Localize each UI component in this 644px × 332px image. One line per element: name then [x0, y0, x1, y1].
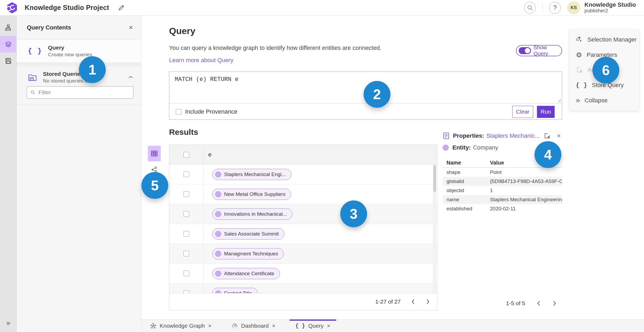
include-provenance-checkbox[interactable]: [176, 109, 181, 115]
item-label: Query: [48, 44, 133, 51]
next-page-button[interactable]: [552, 300, 557, 307]
select-all-checkbox[interactable]: [184, 152, 189, 158]
panel-item-query[interactable]: { } Query Create new queries: [17, 40, 141, 63]
tab-label: Query: [308, 323, 324, 329]
show-query-toggle[interactable]: Show Query: [516, 45, 562, 56]
entity-chip[interactable]: Firebird Title: [212, 288, 258, 294]
row-checkbox[interactable]: [184, 171, 189, 177]
tab-dashboard[interactable]: Dashboard ✕: [226, 320, 281, 332]
bottom-tab-bar: Knowledge Graph ✕ Dashboard ✕ { } Query …: [141, 319, 644, 332]
chevron-right-icon: [553, 301, 556, 306]
row-checkbox[interactable]: [184, 211, 189, 217]
property-row: objectid 1: [443, 186, 562, 195]
next-page-button[interactable]: [425, 299, 431, 305]
search-icon: [527, 5, 533, 11]
entity-row: Entity: Company: [443, 144, 498, 151]
user-menu[interactable]: Knowledge Studio publisher2: [584, 2, 636, 14]
braces-icon: { }: [28, 47, 42, 55]
dashboard-icon: [232, 323, 238, 329]
help-button[interactable]: ?: [549, 2, 561, 14]
add-to-map-button[interactable]: [544, 132, 551, 139]
resize-grip-icon[interactable]: [557, 99, 561, 102]
property-row: globalid {5D9B4713-F98D-4A53-A59F-C11...: [443, 177, 562, 186]
tab-label: Dashboard: [241, 323, 269, 329]
avatar[interactable]: KS: [567, 1, 580, 14]
close-tab-icon[interactable]: ✕: [272, 323, 275, 329]
rail-item-schema[interactable]: [0, 19, 17, 36]
edit-title-button[interactable]: [117, 4, 125, 12]
collapse-icon: »: [576, 97, 580, 103]
section-divider: [17, 63, 141, 66]
editor-footer: Include Provenance Clear Run: [169, 103, 562, 120]
top-app-bar: Knowledge Studio Project ? KS Knowledge …: [0, 0, 644, 16]
table-scrollbar[interactable]: [433, 165, 436, 293]
schema-icon: [5, 24, 12, 31]
entity-dot-icon: [215, 191, 221, 197]
rail-item-layers[interactable]: [0, 36, 17, 53]
prev-page-button[interactable]: [536, 300, 541, 307]
search-button[interactable]: [524, 2, 536, 14]
menu-item-collapse[interactable]: » Collapse: [569, 94, 639, 107]
prev-page-button[interactable]: [410, 299, 416, 305]
property-row: shape Point: [443, 168, 562, 177]
entity-chip[interactable]: Attendance Certificate: [212, 268, 280, 279]
entity-chip[interactable]: Sales Associate Summit: [212, 228, 284, 240]
run-button[interactable]: Run: [537, 106, 555, 118]
annotation-badge-3: 3: [340, 200, 367, 227]
entity-chip[interactable]: Managment Techniques: [212, 248, 284, 259]
results-heading: Results: [169, 128, 198, 137]
chevron-left-icon: [411, 299, 415, 304]
table-row: Staplers Mechanical Engi...: [169, 165, 437, 184]
properties-doc-icon: [443, 132, 450, 140]
properties-header: Properties: Staplers Mechanic... ✕: [443, 131, 562, 140]
table-view-button[interactable]: [148, 146, 161, 161]
row-checkbox[interactable]: [184, 271, 189, 276]
expand-rail-button[interactable]: »: [0, 318, 17, 328]
include-provenance-label: Include Provenance: [185, 108, 237, 115]
entity-dot-icon: [443, 145, 449, 151]
property-row: name Staplers Mechanical Engineering: [443, 195, 562, 204]
rail-item-save[interactable]: [0, 53, 17, 69]
add-to-map-icon: [544, 132, 551, 139]
row-checkbox[interactable]: [184, 231, 189, 237]
row-checkbox[interactable]: [184, 191, 189, 197]
knowledge-graph-icon: [150, 323, 156, 329]
entity-chip[interactable]: Staplers Mechanical Engi...: [212, 169, 291, 180]
close-panel-icon[interactable]: ✕: [129, 24, 133, 31]
filter-field: [27, 86, 133, 99]
close-tab-icon[interactable]: ✕: [327, 323, 330, 329]
app-logo-icon: [7, 2, 17, 13]
entity-chip[interactable]: New Metal Office Suppliers: [212, 189, 291, 200]
row-checkbox[interactable]: [184, 251, 189, 256]
annotation-badge-6: 6: [592, 57, 619, 84]
learn-more-link[interactable]: Learn more about Query: [169, 57, 233, 64]
scrollbar-thumb[interactable]: [433, 165, 436, 192]
close-properties-icon[interactable]: ✕: [557, 133, 561, 139]
pencil-icon: [118, 4, 125, 11]
toggle-label: Show Query: [533, 44, 558, 57]
close-tab-icon[interactable]: ✕: [208, 323, 211, 329]
properties-entity-link[interactable]: Staplers Mechanic...: [486, 132, 540, 139]
pagination-range: 1-5 of 5: [506, 300, 525, 307]
chevron-up-icon[interactable]: [128, 76, 133, 79]
entity-chip[interactable]: Innovations in Mechanical...: [212, 208, 292, 220]
clear-button[interactable]: Clear: [512, 106, 533, 118]
entity-label: Entity:: [452, 144, 471, 151]
tab-query[interactable]: { } Query ✕: [290, 320, 336, 332]
main-content: Query You can query a knowledge graph to…: [141, 16, 644, 319]
tab-knowledge-graph[interactable]: Knowledge Graph ✕: [144, 320, 218, 332]
query-heading: Query: [169, 26, 195, 36]
left-icon-rail: »: [0, 16, 17, 332]
layers-icon: [5, 41, 12, 48]
query-description: You can query a knowledge graph to ident…: [169, 44, 381, 51]
table-row: Firebird Title: [169, 283, 437, 293]
annotation-badge-4: 4: [535, 141, 561, 168]
annotation-badge-5: 5: [141, 172, 168, 199]
table-header-row: e: [169, 145, 437, 165]
entity-dot-icon: [215, 251, 221, 257]
pagination-range: 1-27 of 27: [375, 299, 401, 305]
menu-item-selection-manager[interactable]: Selection Manager: [569, 33, 639, 47]
filter-input[interactable]: [38, 89, 130, 96]
braces-icon: { }: [295, 323, 305, 329]
entity-dot-icon: [215, 211, 221, 217]
